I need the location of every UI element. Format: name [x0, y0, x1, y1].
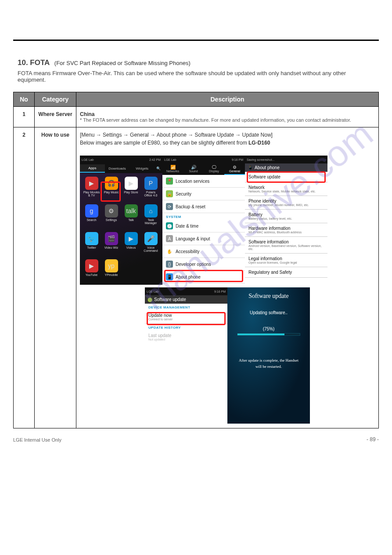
- app-glyph-icon: 🐦: [85, 232, 98, 245]
- app-glyph-icon: talk: [125, 204, 138, 218]
- app-icon-play-store[interactable]: ▶Play Store: [122, 177, 140, 202]
- settings-item-icon: 📱: [166, 273, 173, 280]
- app-icon-search[interactable]: gSearch: [83, 204, 101, 229]
- search-icon[interactable]: 🔍: [155, 167, 162, 170]
- about-item-regulatory-and-safety[interactable]: Regulatory and Safety: [245, 267, 327, 278]
- tab-downloads[interactable]: Downloads: [105, 165, 130, 172]
- about-item-network[interactable]: NetworkNetwork, Service state, Mobile ne…: [245, 182, 327, 196]
- tab-networks[interactable]: 📶Networks: [162, 163, 183, 175]
- app-icon-youtube[interactable]: ▶YouTube: [83, 259, 101, 281]
- settings-item-label: Security: [176, 192, 191, 196]
- about-item-sub: Wi-Fi MAC address, Bluetooth address: [248, 231, 324, 234]
- section-subtext: FOTA means Firmware Over-The-Air. This c…: [18, 70, 374, 83]
- app-icon-settings[interactable]: ⚙Settings: [102, 204, 120, 229]
- status-bar: LGE Lab 9:16 PM: [145, 287, 227, 295]
- status-bar: LGE Lab 2:42 PM: [80, 156, 162, 163]
- app-icon-voice-command[interactable]: 🎤Voice Command: [142, 232, 160, 257]
- about-item-software-information[interactable]: Software informationAndroid version, Bas…: [245, 237, 327, 254]
- settings-item-language-input[interactable]: ALanguage & input: [162, 232, 245, 245]
- progress-status: Updating software..: [227, 310, 310, 315]
- settings-list-personal: 📍Location services🔒Security⟳Backup & res…: [162, 175, 245, 213]
- table-row: 2 How to use [Menu → Settings → General …: [14, 127, 379, 428]
- tab-display[interactable]: 🖵Display: [204, 163, 224, 175]
- last-update-sub: Not updated: [148, 338, 171, 341]
- about-item-sub: Open source licenses, Google legal: [248, 261, 324, 264]
- tab-general[interactable]: ⚙General: [224, 163, 245, 175]
- clock-label: 9:16 PM: [232, 158, 243, 161]
- about-item-battery[interactable]: BatteryBattery status, battery level, et…: [245, 210, 327, 223]
- item-update-now[interactable]: Update now Connect to server: [145, 310, 227, 324]
- app-glyph-icon: 🎬: [105, 232, 118, 245]
- tab-apps[interactable]: Apps: [80, 164, 105, 173]
- app-icon-polaris-office-4-0[interactable]: PPolaris Office 4.0: [142, 177, 160, 202]
- app-glyph-icon: ⌂: [144, 204, 158, 218]
- row1-cat: Where Server: [35, 107, 76, 127]
- about-item-title: Regulatory and Safety: [248, 270, 324, 275]
- settings-item-accessibility[interactable]: ✋Accessibility: [162, 245, 245, 258]
- settings-list-system: 🕘Date & timeALanguage & input✋Accessibil…: [162, 220, 245, 283]
- app-icon-videos[interactable]: ▶Videos: [122, 232, 140, 257]
- about-item-title: Phone identity: [248, 199, 324, 203]
- screenshot-app-drawer: LGE Lab 2:42 PM Apps Downloads Widgets 🔍…: [80, 156, 162, 285]
- table-row: 1 Where Server China * The FOTA server a…: [14, 107, 379, 127]
- app-icon-talk[interactable]: talkTalk: [122, 204, 140, 229]
- page: 10. FOTA (For SVC Part Replaced or Softw…: [0, 0, 392, 450]
- app-label: Play Movies & TV: [83, 191, 101, 197]
- step-note: Below images are sample of E980, so they…: [80, 140, 375, 146]
- settings-item-icon: ⟳: [166, 203, 173, 210]
- app-icon-ypmobile[interactable]: ypYPmobile: [102, 259, 120, 281]
- settings-item-location-services[interactable]: 📍Location services: [162, 175, 245, 188]
- about-item-title: Legal information: [248, 256, 324, 261]
- about-item-hardware-information[interactable]: Hardware informationWi-Fi MAC address, B…: [245, 223, 327, 237]
- section-title: 10. FOTA: [18, 58, 50, 67]
- settings-item-date-time[interactable]: 🕘Date & time: [162, 220, 245, 232]
- settings-item-label: Location services: [176, 179, 209, 184]
- row1-no: 1: [14, 107, 35, 127]
- progress-percent: (75%): [227, 326, 310, 331]
- network-icon: 📶: [162, 165, 183, 170]
- settings-item-icon: A: [166, 235, 173, 242]
- software-update-title: Software update: [154, 297, 186, 302]
- screenshot-settings: LGE Lab 9:16 PM 📶Networks 🔊Sound 🖵Displa…: [162, 156, 245, 285]
- clock-label: 2:42 PM: [149, 158, 161, 161]
- about-item-phone-identity[interactable]: Phone identityMy phone number, Model num…: [245, 196, 327, 210]
- saving-screenshot-label: Saving screenshot...: [247, 158, 274, 161]
- app-glyph-icon: P: [144, 177, 158, 190]
- settings-tabs: 📶Networks 🔊Sound 🖵Display ⚙General: [162, 163, 245, 175]
- about-item-title: Software update: [248, 174, 324, 179]
- about-item-legal-information[interactable]: Legal informationOpen source licenses, G…: [245, 254, 327, 267]
- software-update-header: ⬤ Software update: [145, 295, 227, 304]
- row2-cat: How to use: [35, 127, 76, 428]
- section-device-mgmt: DEVICE MANAGEMENT: [145, 304, 227, 310]
- about-phone-header: 📱 About phone: [245, 163, 327, 172]
- item-last-update: Last update Not updated: [145, 330, 227, 344]
- app-icon-play-movies-tv[interactable]: ▶Play Movies & TV: [83, 177, 101, 202]
- page-number: - 89 -: [367, 436, 379, 443]
- app-icon-video-wiz[interactable]: 🎬Video Wiz: [102, 232, 120, 257]
- screenshot-software-update-menu: LGE Lab 9:16 PM ⬤ Software update DEVICE…: [145, 287, 227, 424]
- carrier-label: LGE Lab: [164, 158, 176, 161]
- app-label: Voice Command: [142, 246, 160, 252]
- progress-fill: [237, 334, 284, 335]
- app-icon-play-music[interactable]: 🎧Play Music: [102, 177, 120, 202]
- settings-item-security[interactable]: 🔒Security: [162, 188, 245, 200]
- row2-no: 2: [14, 127, 35, 428]
- tab-widgets[interactable]: Widgets: [129, 165, 155, 172]
- settings-item-label: Accessibility: [176, 249, 199, 254]
- about-item-title: Network: [248, 185, 324, 190]
- about-item-software-update[interactable]: Software update: [245, 172, 327, 182]
- settings-item-about-phone[interactable]: 📱About phone: [162, 271, 245, 283]
- app-icon-task-manager[interactable]: ⌂Task Manager: [142, 204, 160, 229]
- status-bar: LGE Lab 9:16 PM: [162, 156, 245, 163]
- carrier-label: LGE Lab: [82, 158, 94, 161]
- tab-sound[interactable]: 🔊Sound: [183, 163, 204, 175]
- app-icon-twitter[interactable]: 🐦Twitter: [83, 232, 101, 257]
- settings-item-icon: 🔒: [166, 190, 173, 197]
- settings-item-label: About phone: [176, 275, 201, 279]
- settings-item-icon: 🕘: [166, 222, 173, 229]
- settings-item-developer-options[interactable]: {}Developer options: [162, 258, 245, 271]
- carrier-label: LGE Lab: [147, 290, 159, 293]
- gear-icon: ⚙: [224, 165, 245, 170]
- settings-item-backup-reset[interactable]: ⟳Backup & reset: [162, 200, 245, 213]
- step-note-prefix: Below images are sample of E980, so they…: [80, 140, 248, 146]
